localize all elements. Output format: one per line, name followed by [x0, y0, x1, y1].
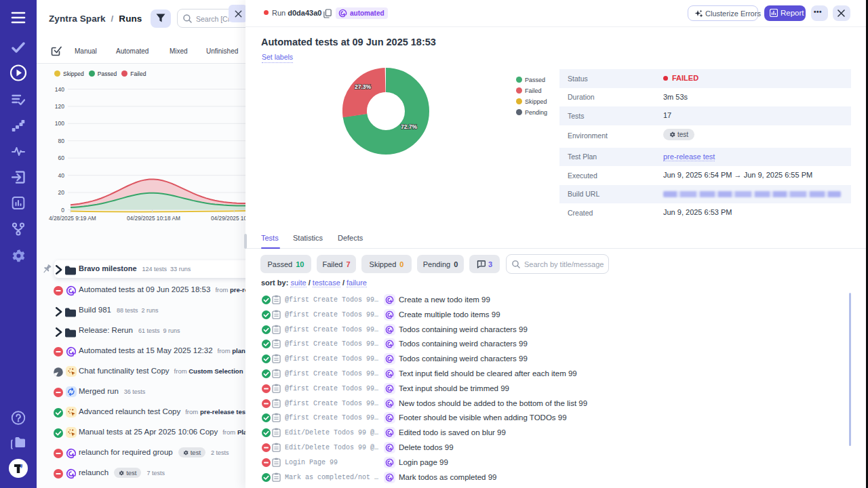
svg-text:80: 80 [58, 138, 65, 144]
svg-text:60: 60 [58, 155, 65, 161]
svg-text:140: 140 [55, 86, 64, 93]
svg-text:120: 120 [55, 103, 64, 110]
svg-text:04/29/2025 10: 04/29/2025 10 [211, 215, 247, 222]
svg-text:27.3%: 27.3% [355, 83, 372, 90]
svg-text:4/28/2025 9:19 AM: 4/28/2025 9:19 AM [49, 215, 96, 222]
svg-text:0: 0 [61, 207, 64, 214]
svg-text:100: 100 [55, 120, 64, 127]
svg-text:04/29/2025 10:18 AM: 04/29/2025 10:18 AM [127, 215, 180, 222]
svg-text:72.7%: 72.7% [401, 123, 418, 130]
svg-text:40: 40 [58, 172, 65, 179]
svg-text:20: 20 [58, 189, 65, 196]
